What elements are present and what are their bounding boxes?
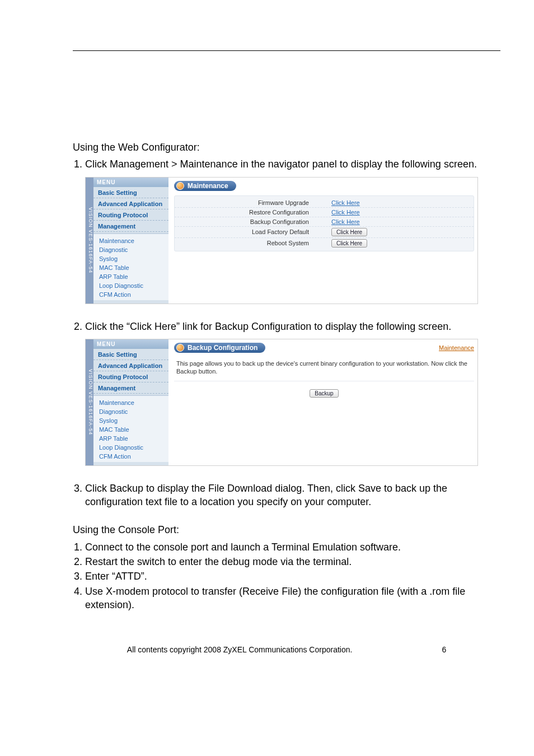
dot-icon [176,182,184,190]
row-backup-label: Backup Configuration [175,218,331,225]
row-reboot-label: Reboot System [175,240,331,246]
content-area: Maintenance Firmware Upgrade Click Here … [168,178,477,304]
submenu-mac-table[interactable]: MAC Table [97,263,168,272]
title-right-link[interactable]: Maintenance [439,344,474,351]
step-console-2: Restart the switch to enter the debug mo… [85,555,500,568]
submenu2-maintenance[interactable]: Maintenance [97,398,168,407]
step-console-3: Enter “ATTD”. [85,570,500,583]
row-firmware-label: Firmware Upgrade [175,199,331,206]
row-factory-label: Load Factory Default [175,228,331,235]
sidebar-item-basic[interactable]: Basic Setting [93,187,168,198]
screenshot-maintenance: VISION VES-1616FA-54 MENU Basic Setting … [85,177,478,304]
intro-web: Using the Web Configurator: [73,141,500,154]
dot-icon-2 [176,344,184,352]
sidebar2-item-basic[interactable]: Basic Setting [93,349,168,360]
submenu2-loop-diagnostic[interactable]: Loop Diagnostic [97,443,168,452]
steps-web: Click Management > Maintenance in the na… [73,157,500,171]
row-restore-link[interactable]: Click Here [331,209,360,216]
steps-console: Connect to the console port and launch a… [73,540,500,612]
menu-header-2: MENU [93,339,168,349]
row-restore-label: Restore Configuration [175,209,331,216]
footer-copyright: All contents copyright 2008 ZyXEL Commun… [127,645,353,654]
model-strip-2: VISION VES-1616FA-54 [86,339,93,465]
page-title-text-2: Backup Configuration [188,344,257,352]
maintenance-panel: Firmware Upgrade Click Here Restore Conf… [174,195,474,251]
backup-button[interactable]: Backup [310,389,338,398]
row-firmware-link[interactable]: Click Here [331,199,360,206]
steps-web-2: Click the “Click Here” link for Backup C… [73,320,500,333]
submenu2-cfm-action[interactable]: CFM Action [97,452,168,461]
row-reboot-button[interactable]: Click Here [331,239,367,248]
footer-page-number: 6 [442,645,446,654]
sidebar2-item-advanced[interactable]: Advanced Application [93,360,168,371]
page-title-pill-2: Backup Configuration [174,343,265,353]
submenu-loop-diagnostic[interactable]: Loop Diagnostic [97,281,168,290]
content-area-2: Backup Configuration Maintenance This pa… [168,339,477,465]
backup-description: This page allows you to back up the devi… [174,357,474,382]
sidebar: MENU Basic Setting Advanced Application … [93,178,168,304]
step-web-3: Click Backup to display the File Downloa… [85,482,500,509]
submenu2-syslog[interactable]: Syslog [97,416,168,425]
step-web-2: Click the “Click Here” link for Backup C… [85,320,500,333]
page-title-pill: Maintenance [174,181,236,191]
intro-console: Using the Console Port: [73,523,500,536]
model-strip: VISION VES-1616FA-54 [86,178,93,304]
footer: All contents copyright 2008 ZyXEL Commun… [73,645,500,654]
step-console-4: Use X-modem protocol to transfer (Receiv… [85,585,500,612]
screenshot-backup: VISION VES-1616FA-54 MENU Basic Setting … [85,339,478,466]
top-rule [73,50,500,51]
submenu2-diagnostic[interactable]: Diagnostic [97,407,168,416]
menu-header: MENU [93,178,168,187]
steps-web-3: Click Backup to display the File Downloa… [73,482,500,509]
sidebar2-item-management[interactable]: Management [93,382,168,394]
sidebar-item-advanced[interactable]: Advanced Application [93,198,168,209]
submenu2-arp-table[interactable]: ARP Table [97,434,168,443]
page-title-text: Maintenance [188,182,228,190]
step-console-1: Connect to the console port and launch a… [85,540,500,554]
submenu-cfm-action[interactable]: CFM Action [97,290,168,299]
sidebar-item-routing[interactable]: Routing Protocol [93,209,168,221]
sidebar-2: MENU Basic Setting Advanced Application … [93,339,168,465]
submenu-arp-table[interactable]: ARP Table [97,272,168,281]
submenu: Maintenance Diagnostic Syslog MAC Table … [93,233,168,300]
step-web-1: Click Management > Maintenance in the na… [85,157,500,171]
sidebar-item-management[interactable]: Management [93,221,168,232]
submenu-maintenance[interactable]: Maintenance [97,236,168,245]
row-backup-link[interactable]: Click Here [331,218,360,225]
sidebar2-item-routing[interactable]: Routing Protocol [93,371,168,382]
submenu-diagnostic[interactable]: Diagnostic [97,245,168,254]
submenu-2: Maintenance Diagnostic Syslog MAC Table … [93,395,168,462]
row-factory-button[interactable]: Click Here [331,228,367,236]
submenu-syslog[interactable]: Syslog [97,254,168,263]
submenu2-mac-table[interactable]: MAC Table [97,425,168,434]
